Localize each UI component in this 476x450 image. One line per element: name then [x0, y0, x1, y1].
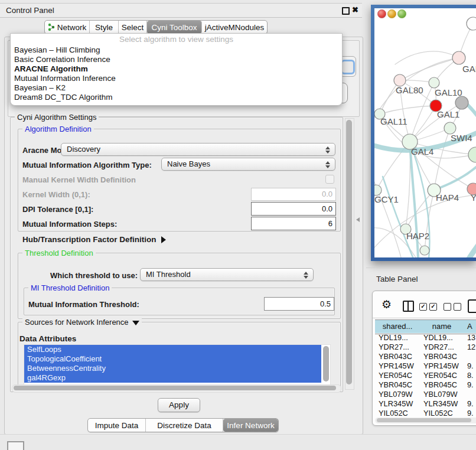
attribute-item-topologicalcoefficient[interactable]: TopologicalCoefficient [24, 354, 321, 364]
network-node-GAL10[interactable] [429, 77, 439, 88]
attribute-item-gal4rgexp[interactable]: gal4RGexp [24, 373, 321, 383]
network-icon [48, 23, 55, 31]
tab-label: Discretize Data [157, 421, 211, 430]
tab-jactivemnodules[interactable]: jActiveMNodules [202, 21, 267, 34]
traffic-light-close[interactable] [377, 9, 386, 18]
which-threshold-select[interactable]: MI Threshold [140, 268, 314, 281]
table-row[interactable]: YDL19...YDL19...13 [375, 333, 476, 343]
tab-cyni-toolbox[interactable]: Cyni Toolbox [147, 21, 202, 34]
network-node-GAL80[interactable] [394, 74, 406, 86]
close-icon[interactable]: ✖ [352, 5, 358, 14]
hscroll-thumb[interactable] [14, 386, 336, 390]
table-hscroll-thumb[interactable] [377, 418, 471, 422]
column-header-2[interactable]: name [420, 320, 464, 333]
dropdown-item-basic-correlation-inference[interactable]: Basic Correlation Inference [11, 55, 342, 64]
network-node-gray-node[interactable] [455, 96, 468, 109]
table-row[interactable]: YER054CYER054C8. [375, 371, 476, 380]
expand-right-icon [161, 236, 166, 243]
mi-threshold-field[interactable]: 0.5 [264, 297, 334, 311]
dpi-tolerance-field[interactable]: 0.0 [251, 202, 336, 216]
network-node-GAL-cut[interactable] [452, 51, 465, 64]
table-cell: YBR043C [379, 352, 412, 361]
manual-kernel-label: Manual Kernel Width Definition [22, 175, 136, 184]
table-cell: 13 [467, 333, 475, 343]
dpi-tolerance-label: DPI Tolerance [0,1]: [22, 205, 93, 214]
table-row[interactable]: YLR345WYLR345W9. [375, 399, 476, 409]
table-cell: 9. [467, 380, 474, 390]
settings-vscrollbar[interactable] [345, 118, 354, 390]
network-canvas[interactable]: GALGAL80GAL10GAL1GAL11SWI4GAL4GCY1HAP4YH… [374, 8, 476, 257]
network-edge [380, 106, 436, 114]
tab-infer-network[interactable]: Infer Network [223, 419, 278, 432]
dropdown-item-mutual-information-inference[interactable]: Mutual Information Inference [11, 74, 342, 83]
mi-type-value: Naive Bayes [167, 159, 210, 168]
control-panel-tabs: NetworkStyleSelectCyni ToolboxjActiveMNo… [44, 20, 268, 34]
kernel-width-field[interactable]: 0.0 [251, 188, 336, 201]
mi-type-label: Mutual Information Algorithm Type: [22, 161, 152, 169]
table-cell: YIL052C [379, 409, 408, 418]
node-label-SWI4: SWI4 [451, 133, 472, 143]
select-all-checkbox-icon[interactable]: ✓ [419, 303, 427, 311]
column-header-3[interactable]: A [464, 320, 476, 333]
select-all-checkbox2-icon[interactable]: ✓ [429, 303, 437, 311]
node-label-HAP4: HAP4 [436, 193, 459, 203]
mini-window-fragment[interactable] [7, 441, 24, 450]
hub-definition-toggle[interactable]: Hub/Transcription Factor Definition [22, 235, 166, 244]
traffic-light-zoom[interactable] [397, 9, 406, 18]
table-hscrollbar[interactable] [375, 418, 476, 423]
table-cell: 9. [467, 399, 474, 409]
kernel-width-label: Kernel Width (0,1): [22, 190, 90, 199]
attribute-item-betweennesscentrality[interactable]: BetweennessCentrality [24, 364, 321, 373]
attribute-item-selfloops[interactable]: SelfLoops [24, 345, 321, 354]
deselect-checkbox2-icon[interactable] [454, 303, 461, 311]
table-cell: YLR345W [423, 399, 458, 409]
list-vscroll-thumb[interactable] [323, 346, 329, 381]
tab-label: Infer Network [227, 421, 274, 430]
column-header-1[interactable]: shared... [375, 320, 420, 333]
mi-steps-field[interactable]: 6 [251, 217, 336, 230]
network-node-GAL1[interactable] [444, 122, 456, 134]
table-row[interactable]: YBR045CYBR045C9. [375, 380, 476, 390]
apply-button[interactable]: Apply [158, 398, 200, 412]
node-label-GAL1: GAL1 [437, 109, 459, 119]
float-window-icon[interactable] [342, 7, 350, 15]
deselect-checkbox-icon[interactable] [444, 303, 451, 311]
sources-group-title[interactable]: Sources for Network Inference [22, 318, 142, 327]
tab-network[interactable]: Network [45, 21, 90, 34]
network-node-n-top[interactable] [467, 17, 476, 30]
mi-steps-label: Mutual Information Steps: [22, 220, 117, 229]
cyni-mode-tabs: Impute DataDiscretize DataInfer Network [87, 418, 279, 432]
table-cell: YBL079W [379, 390, 413, 399]
splitter-collapse-icon[interactable] [356, 217, 360, 222]
mi-type-select[interactable]: Naive Bayes [161, 158, 335, 171]
table-cell: YBL079W [423, 390, 458, 399]
tab-impute-data[interactable]: Impute Data [88, 419, 146, 432]
tab-select[interactable]: Select [119, 21, 147, 34]
network-window[interactable]: GALGAL80GAL10GAL1GAL11SWI4GAL4GCY1HAP4YH… [371, 5, 476, 261]
table-row[interactable]: YBR043CYBR043C [375, 352, 476, 361]
dropdown-item-bayesian-hill-climbing[interactable]: Bayesian – Hill Climbing [11, 45, 342, 55]
tab-style[interactable]: Style [90, 21, 119, 34]
stepper-arrows-icon [325, 161, 330, 169]
dropdown-item-bayesian-k2[interactable]: Bayesian – K2 [11, 83, 342, 93]
settings-hscrollbar[interactable] [12, 384, 341, 393]
network-edge [469, 239, 476, 257]
table-row[interactable]: YIL052CYIL052C9. [375, 409, 476, 418]
tab-discretize-data[interactable]: Discretize Data [146, 419, 223, 432]
table-settings-gear-icon[interactable]: ⚙ [382, 299, 392, 310]
function-builder-icon[interactable] [468, 299, 476, 313]
dropdown-item-aracne-algorithm[interactable]: ARACNE Algorithm [11, 64, 342, 74]
table-row[interactable]: YBL079WYBL079W [375, 390, 476, 399]
aracne-mode-select[interactable]: Discovery [61, 143, 335, 156]
dropdown-prompt: Select algorithm to view settings [11, 34, 342, 45]
manual-kernel-checkbox[interactable] [325, 175, 334, 184]
network-node-SWI4[interactable] [468, 147, 476, 162]
table-row[interactable]: YDR27...YDR27...12 [375, 343, 476, 352]
table-row[interactable]: YPR145WYPR145W9. [375, 361, 476, 371]
split-columns-icon[interactable] [403, 301, 414, 312]
traffic-light-minimize[interactable] [387, 9, 396, 18]
network-node-n-bottom[interactable] [420, 246, 429, 255]
dropdown-item-dream8-dc-tdc-algorithm[interactable]: Dream8 DC_TDC Algorithm [11, 93, 342, 102]
vscroll-thumb[interactable] [346, 120, 352, 384]
mi-threshold-label: Mutual Information Threshold: [28, 300, 139, 309]
